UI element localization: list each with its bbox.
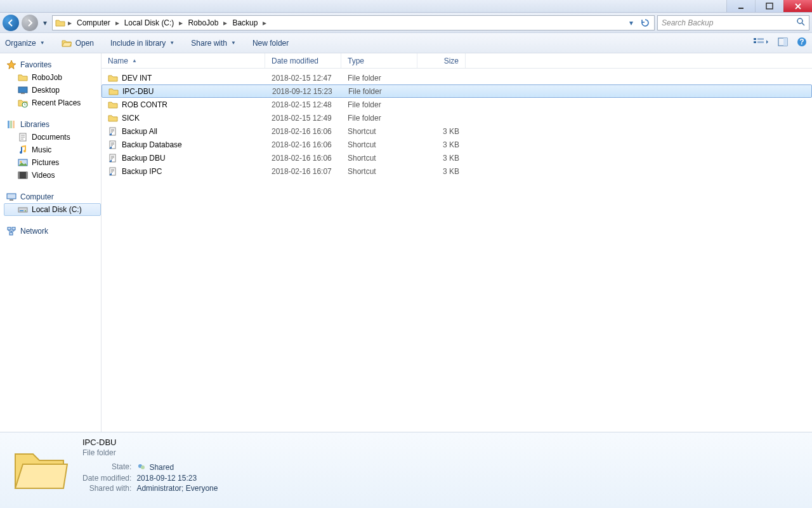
nav-history-dropdown[interactable]: ▾ [41,18,49,27]
svg-rect-32 [10,232,13,235]
table-row[interactable]: Backup IPC2018-02-16 16:07Shortcut3 KB [102,164,812,178]
table-row[interactable]: Backup All2018-02-16 16:06Shortcut3 KB [102,124,812,138]
file-size: 3 KB [417,154,466,163]
svg-rect-26 [10,199,13,201]
nav-bar: ▾ ▸ Computer ▸ Local Disk (C:) ▸ RoboJob… [0,13,812,33]
file-name: DEV INT [122,74,152,83]
share-with-button[interactable]: Share with▼ [191,39,236,48]
svg-rect-22 [18,172,27,178]
view-options-button[interactable] [754,37,769,49]
search-input[interactable]: Search Backup [657,15,809,30]
file-type: Shortcut [341,127,417,136]
breadcrumb-localdisk[interactable]: Local Disk (C:) [122,18,177,27]
table-row[interactable]: SICK2018-02-15 12:49File folder [102,111,812,124]
svg-rect-3 [754,38,756,40]
column-header-name[interactable]: Name▲ [102,53,265,68]
shortcut-icon [108,126,118,137]
breadcrumb-separator[interactable]: ▸ [179,18,183,27]
folder-icon [108,100,118,110]
sidebar-item-recent-places[interactable]: Recent Places [4,97,101,109]
file-name: IPC-DBU [122,87,154,96]
sidebar-item-music[interactable]: Music [4,144,101,156]
file-size: 3 KB [417,140,466,149]
column-header-type[interactable]: Type [341,53,417,68]
music-icon [18,145,28,155]
column-header-size[interactable]: Size [417,53,466,68]
breadcrumb-robojob[interactable]: RoboJob [185,18,221,27]
svg-rect-31 [12,227,15,230]
svg-rect-15 [10,121,12,128]
svg-rect-11 [18,87,27,93]
file-date: 2018-02-15 12:48 [265,100,341,109]
open-folder-icon [62,38,72,48]
file-date: 2018-02-16 16:07 [265,167,341,176]
table-row[interactable]: ROB CONTR2018-02-15 12:48File folder [102,98,812,111]
help-button[interactable]: ? [797,37,807,49]
details-subtitle: File folder [82,448,218,457]
svg-rect-24 [26,172,27,178]
file-size: 3 KB [417,127,466,136]
file-name: ROB CONTR [122,100,167,109]
file-name: Backup All [122,127,157,136]
sidebar-item-pictures[interactable]: Pictures [4,156,101,169]
sidebar-item-documents[interactable]: Documents [4,131,101,144]
close-button[interactable] [783,0,812,12]
documents-icon [18,132,28,142]
sidebar-item-robojob[interactable]: RoboJob [4,71,101,84]
address-bar[interactable]: ▸ Computer ▸ Local Disk (C:) ▸ RoboJob ▸… [52,15,655,30]
sidebar-libraries[interactable]: Libraries [4,118,101,131]
file-type: File folder [341,114,417,123]
sidebar-item-videos[interactable]: Videos [4,169,101,182]
breadcrumb-computer[interactable]: Computer [74,18,113,27]
folder-icon [55,18,65,28]
file-name: SICK [122,114,140,123]
back-button[interactable] [3,15,19,31]
include-in-library-button[interactable]: Include in library▼ [110,39,174,48]
breadcrumb-backup[interactable]: Backup [230,18,260,27]
organize-button[interactable]: Organize▼ [5,39,45,48]
search-placeholder: Search Backup [662,18,713,27]
breadcrumb-separator[interactable]: ▸ [115,18,119,27]
maximize-button[interactable] [755,0,783,12]
minimize-button[interactable] [726,0,755,12]
network-icon [6,226,16,236]
sidebar-favorites[interactable]: Favorites [4,58,101,71]
sidebar-computer[interactable]: Computer [4,190,101,203]
svg-rect-12 [21,93,25,94]
breadcrumb-separator[interactable]: ▸ [223,18,227,27]
table-row[interactable]: DEV INT2018-02-15 12:47File folder [102,71,812,84]
details-title: IPC-DBU [82,438,218,447]
forward-button[interactable] [22,15,38,31]
folder-icon [18,72,28,83]
sidebar-item-local-disk-c[interactable]: Local Disk (C:) [4,203,101,216]
folder-icon [108,86,119,97]
address-dropdown-icon[interactable]: ▾ [625,17,638,29]
folder-icon [108,73,118,83]
svg-rect-6 [757,41,764,43]
details-shared-label: Shared with: [82,484,131,493]
breadcrumb-separator[interactable]: ▸ [263,18,266,27]
table-row[interactable]: Backup Database2018-02-16 16:06Shortcut3… [102,138,812,151]
open-button[interactable]: Open [62,38,94,48]
column-headers: Name▲ Date modified Type Size [102,53,812,69]
file-name: Backup DBU [122,154,166,163]
new-folder-button[interactable]: New folder [252,39,289,48]
preview-pane-button[interactable] [778,37,788,49]
svg-rect-16 [13,121,15,128]
table-row[interactable]: Backup DBU2018-02-16 16:06Shortcut3 KB [102,151,812,164]
details-state-value: Shared [136,462,218,472]
recent-icon [18,98,28,108]
svg-rect-5 [757,38,764,40]
shortcut-icon [108,153,118,163]
file-name: Backup IPC [122,167,162,176]
sidebar-item-desktop[interactable]: Desktop [4,84,101,97]
file-type: Shortcut [341,154,417,163]
column-header-date[interactable]: Date modified [265,53,341,68]
toolbar: Organize▼ Open Include in library▼ Share… [0,33,812,53]
sidebar-network[interactable]: Network [4,225,101,237]
refresh-icon[interactable] [639,17,652,29]
search-icon[interactable] [796,17,805,28]
breadcrumb-separator[interactable]: ▸ [68,18,72,27]
explorer-body: Favorites RoboJob Desktop Recent Places … [0,53,812,432]
table-row[interactable]: IPC-DBU2018-09-12 15:23File folder [102,84,812,98]
